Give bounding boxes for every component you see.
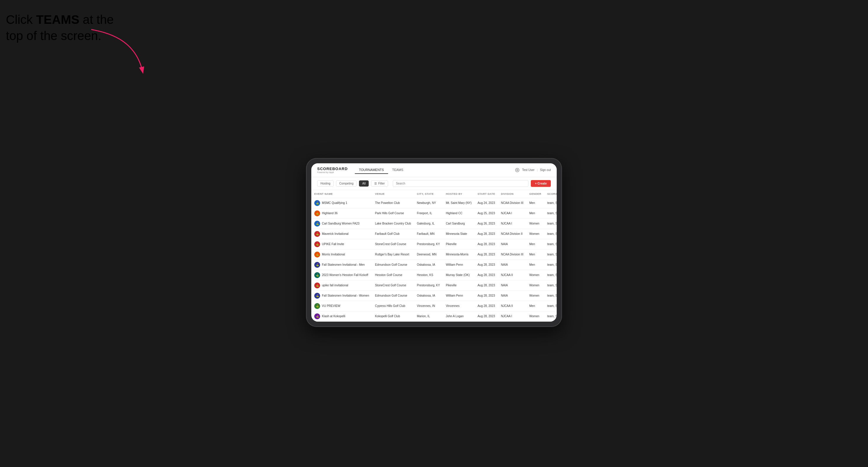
all-button[interactable]: All: [359, 180, 369, 187]
gender-cell: Men: [526, 249, 544, 259]
team-icon: ⛳: [314, 282, 320, 288]
event-name: upike fall invitational: [322, 284, 348, 287]
event-name-cell: ⛳ Klash at Kokopelli: [311, 311, 372, 321]
logo-title: SCOREBOARD: [317, 166, 348, 171]
event-name-cell: ⛳ MSMC Qualifying 1: [311, 198, 372, 208]
city-cell: Prestonsburg, KY: [414, 280, 443, 290]
event-name: Morris Invitational: [322, 253, 345, 256]
venue-cell: StoneCrest Golf Course: [372, 280, 414, 290]
city-cell: Oskaloosa, IA: [414, 290, 443, 301]
create-button[interactable]: + Create: [531, 180, 551, 187]
division-cell: NJCAA II: [498, 301, 526, 311]
venue-cell: Ruttger's Bay Lake Resort: [372, 249, 414, 259]
hosted-by-cell: Murray State (OK): [443, 270, 475, 280]
table-row: ⛳ Highland 36 Park Hills Golf Course Fre…: [311, 208, 557, 218]
division-cell: NJCAA I: [498, 311, 526, 321]
filter-label: Filter: [378, 182, 384, 185]
table-row: ⛳ Fall Statesmen Invitational - Men Edmu…: [311, 259, 557, 270]
bold-teams: TEAMS: [36, 13, 80, 27]
nav-link-teams[interactable]: TEAMS: [388, 166, 407, 174]
signout-link[interactable]: Sign out: [540, 168, 551, 172]
instruction-text: Click TEAMS at thetop of the screen.: [6, 12, 114, 44]
gender-cell: Women: [526, 218, 544, 229]
hosted-by-cell: Mt. Saint Mary (NY): [443, 198, 475, 208]
gender-cell: Men: [526, 301, 544, 311]
col-division: DIVISION: [498, 190, 526, 198]
venue-cell: The Powelton Club: [372, 198, 414, 208]
search-container: [393, 180, 529, 187]
tournaments-table: EVENT NAME VENUE CITY, STATE HOSTED BY S…: [311, 190, 557, 322]
gear-icon[interactable]: [515, 168, 520, 173]
date-cell: Aug 28, 2023: [475, 270, 498, 280]
venue-cell: Lake Bracken Country Club: [372, 218, 414, 229]
hosted-by-cell: Minnesota-Morris: [443, 249, 475, 259]
event-name-cell: ⛳ Highland 36: [311, 208, 372, 218]
team-icon: ⛳: [314, 272, 320, 278]
nav-link-tournaments[interactable]: TOURNAMENTS: [355, 166, 388, 174]
gender-cell: Men: [526, 259, 544, 270]
table-row: ⛳ Klash at Kokopelli Kokopelli Golf Club…: [311, 311, 557, 321]
toolbar: Hosting Competing All ☰ Filter + Create: [311, 177, 557, 190]
table-row: ⛳ Morris Invitational Ruttger's Bay Lake…: [311, 249, 557, 259]
scoring-cell: team, Stroke Play: [544, 280, 557, 290]
scoring-cell: team, Stroke Play: [544, 218, 557, 229]
division-cell: NCAA Division III: [498, 249, 526, 259]
gender-cell: Women: [526, 290, 544, 301]
date-cell: Aug 26, 2023: [475, 218, 498, 229]
venue-cell: Edmundson Golf Course: [372, 290, 414, 301]
date-cell: Aug 28, 2023: [475, 301, 498, 311]
event-name: UPIKE Fall Invite: [322, 243, 344, 246]
col-event-name: EVENT NAME: [311, 190, 372, 198]
hosted-by-cell: Minnesota State: [443, 229, 475, 239]
table-row: ⛳ 2023 Women's Hesston Fall Kickoff Hess…: [311, 270, 557, 280]
nav-bar: SCOREBOARD Powered by clippit TOURNAMENT…: [311, 163, 557, 177]
date-cell: Aug 28, 2023: [475, 239, 498, 249]
date-cell: Aug 28, 2023: [475, 290, 498, 301]
scoring-cell: team, Stroke Play: [544, 198, 557, 208]
venue-cell: Hesston Golf Course: [372, 270, 414, 280]
date-cell: Aug 28, 2023: [475, 280, 498, 290]
venue-cell: Park Hills Golf Course: [372, 208, 414, 218]
event-name: 2023 Women's Hesston Fall Kickoff: [322, 273, 368, 277]
city-cell: Freeport, IL: [414, 208, 443, 218]
event-name-cell: ⛳ Carl Sandburg Women FA23: [311, 218, 372, 229]
search-input[interactable]: [393, 180, 529, 187]
hosting-button[interactable]: Hosting: [317, 180, 334, 187]
hosted-by-cell: William Penn: [443, 290, 475, 301]
team-icon: ⛳: [314, 200, 320, 206]
gender-cell: Men: [526, 239, 544, 249]
table-row: ⛳ VU PREVIEW Cypress Hills Golf Club Vin…: [311, 301, 557, 311]
event-name-cell: ⛳ Fall Statesmen Invitational - Women: [311, 290, 372, 301]
team-icon: ⛳: [314, 313, 320, 319]
table-header-row: EVENT NAME VENUE CITY, STATE HOSTED BY S…: [311, 190, 557, 198]
team-icon: ⛳: [314, 231, 320, 237]
table-row: ⛳ upike fall invitational StoneCrest Gol…: [311, 280, 557, 290]
hosted-by-cell: William Penn: [443, 259, 475, 270]
division-cell: NAIA: [498, 290, 526, 301]
col-gender: GENDER: [526, 190, 544, 198]
hosted-by-cell: Vincennes: [443, 301, 475, 311]
city-cell: Newburgh, NY: [414, 198, 443, 208]
competing-button[interactable]: Competing: [336, 180, 356, 187]
date-cell: Aug 28, 2023: [475, 249, 498, 259]
hosted-by-cell: Carl Sandburg: [443, 218, 475, 229]
date-cell: Aug 24, 2023: [475, 198, 498, 208]
event-name: VU PREVIEW: [322, 304, 340, 308]
date-cell: Aug 28, 2023: [475, 229, 498, 239]
event-name-cell: ⛳ UPIKE Fall Invite: [311, 239, 372, 249]
venue-cell: Edmundson Golf Course: [372, 259, 414, 270]
division-cell: NAIA: [498, 280, 526, 290]
event-name-cell: ⛳ 2023 Women's Hesston Fall Kickoff: [311, 270, 372, 280]
gender-cell: Women: [526, 229, 544, 239]
date-cell: Aug 28, 2023: [475, 259, 498, 270]
gender-cell: Men: [526, 208, 544, 218]
user-name: Test User: [522, 168, 534, 172]
division-cell: NJCAA I: [498, 218, 526, 229]
table-row: ⛳ UPIKE Fall Invite StoneCrest Golf Cour…: [311, 239, 557, 249]
event-name: Klash at Kokopelli: [322, 315, 345, 318]
city-cell: Deerwood, MN: [414, 249, 443, 259]
scoring-cell: team, Stroke Play: [544, 208, 557, 218]
scoring-cell: team, Stroke Play: [544, 259, 557, 270]
venue-cell: Kokopelli Golf Club: [372, 311, 414, 321]
filter-button[interactable]: ☰ Filter: [371, 180, 388, 187]
